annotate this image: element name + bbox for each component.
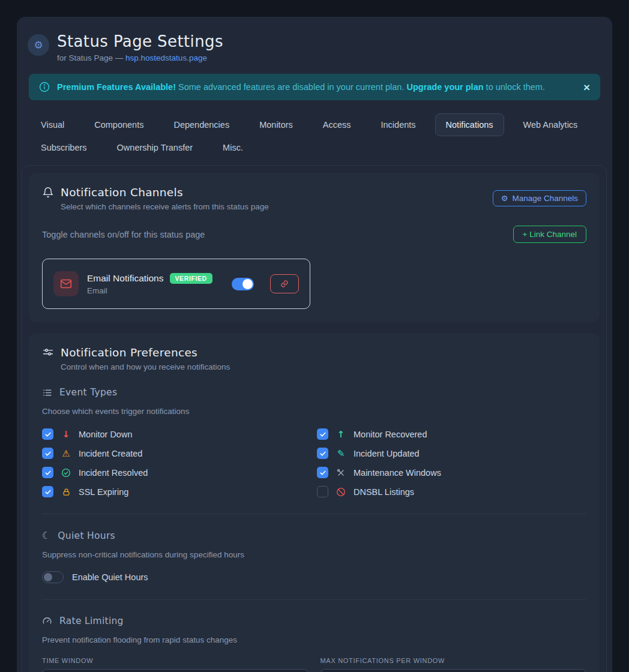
- arrow-up-icon: ↑: [336, 429, 346, 440]
- tab-ownership-transfer[interactable]: Ownership Transfer: [106, 136, 204, 159]
- time-window-label: TIME WINDOW: [42, 657, 308, 664]
- rate-limiting-title: Rate Limiting: [59, 616, 124, 626]
- bell-icon: [42, 187, 54, 199]
- event-label: DNSBL Listings: [354, 487, 414, 497]
- quiet-hours-title: Quiet Hours: [58, 530, 115, 541]
- list-icon: [42, 388, 52, 398]
- event-item-monitor-down[interactable]: ↓Monitor Down: [42, 428, 317, 440]
- gauge-icon: [42, 616, 52, 626]
- upgrade-plan-link[interactable]: Upgrade your plan: [406, 82, 483, 92]
- event-types-subtitle: Choose which events trigger notification…: [42, 407, 586, 416]
- banner-text: Premium Features Available! Some advance…: [57, 82, 545, 92]
- quiet-hours-toggle-label: Enable Quiet Hours: [72, 572, 148, 582]
- event-label: SSL Expiring: [79, 487, 128, 497]
- checkbox-incident-updated[interactable]: [317, 448, 328, 459]
- notifications-panel: Notification Channels Select which chann…: [22, 165, 607, 672]
- quiet-hours-toggle[interactable]: [42, 571, 64, 583]
- event-item-incident-resolved[interactable]: Incident Resolved: [42, 467, 317, 478]
- preferences-subtitle: Control when and how you receive notific…: [61, 362, 586, 371]
- tab-dependencies[interactable]: Dependencies: [163, 113, 240, 136]
- lock-icon: [61, 487, 71, 497]
- event-label: Incident Resolved: [79, 468, 148, 478]
- tab-notifications[interactable]: Notifications: [435, 113, 504, 136]
- settings-avatar: ⚙: [28, 34, 49, 56]
- manage-channels-button[interactable]: ⚙ Manage Channels: [493, 190, 586, 206]
- event-item-incident-updated[interactable]: ✎Incident Updated: [317, 448, 592, 459]
- divider: [42, 599, 586, 600]
- close-icon[interactable]: ×: [583, 82, 590, 93]
- sliders-icon: [42, 347, 54, 359]
- arrow-down-icon: ↓: [61, 429, 71, 440]
- event-item-dnsbl-listings[interactable]: DNSBL Listings: [317, 486, 592, 497]
- channels-title: Notification Channels: [61, 186, 183, 199]
- checkbox-incident-created[interactable]: [42, 448, 53, 459]
- event-label: Incident Updated: [354, 449, 420, 458]
- email-channel-card: Email Notifications VERIFIED Email: [42, 259, 310, 309]
- checkbox-monitor-recovered[interactable]: [317, 428, 328, 440]
- link-channel-button[interactable]: + Link Channel: [513, 226, 586, 243]
- moon-icon: ☾: [42, 530, 50, 541]
- chain-link-icon: [280, 280, 289, 288]
- event-item-monitor-recovered[interactable]: ↑Monitor Recovered: [317, 428, 592, 440]
- premium-banner: Premium Features Available! Some advance…: [29, 74, 600, 100]
- event-label: Maintenance Windows: [354, 468, 441, 478]
- preferences-title: Notification Preferences: [61, 346, 197, 359]
- settings-window: ⚙ Status Page Settings for Status Page —…: [17, 17, 612, 672]
- toggle-hint: Toggle channels on/off for this status p…: [42, 230, 205, 239]
- check-circle-icon: [61, 468, 71, 478]
- status-page-link[interactable]: hsp.hostedstatus.page: [125, 53, 207, 62]
- event-item-maintenance-windows[interactable]: Maintenance Windows: [317, 467, 592, 478]
- tab-visual[interactable]: Visual: [30, 113, 75, 136]
- event-label: Incident Created: [79, 449, 142, 458]
- email-channel-toggle[interactable]: [232, 278, 254, 290]
- checkbox-ssl-expiring[interactable]: [42, 486, 53, 497]
- event-label: Monitor Recovered: [354, 430, 427, 439]
- checkbox-incident-resolved[interactable]: [42, 467, 53, 478]
- settings-tabs: VisualComponentsDependenciesMonitorsAcce…: [30, 113, 600, 159]
- event-types-title: Event Types: [59, 387, 117, 398]
- tab-subscribers[interactable]: Subscribers: [30, 136, 98, 159]
- ban-icon: [336, 487, 346, 497]
- warning-icon: ⚠: [61, 448, 71, 459]
- gear-icon: ⚙: [501, 194, 508, 203]
- tab-access[interactable]: Access: [312, 113, 362, 136]
- envelope-icon: [53, 271, 79, 296]
- notification-channels-card: Notification Channels Select which chann…: [29, 173, 600, 322]
- time-window-select[interactable]: 15 minutes: [42, 669, 308, 672]
- quiet-hours-subtitle: Suppress non-critical notifications duri…: [42, 550, 586, 559]
- channel-name: Email Notifications: [87, 273, 164, 284]
- verified-badge: VERIFIED: [170, 273, 212, 284]
- channels-subtitle: Select which channels receive alerts fro…: [61, 202, 269, 211]
- notification-preferences-card: Notification Preferences Control when an…: [29, 333, 600, 672]
- gear-icon: ⚙: [34, 39, 43, 51]
- tab-misc[interactable]: Misc.: [212, 136, 254, 159]
- tab-incidents[interactable]: Incidents: [370, 113, 427, 136]
- max-notifications-field: [321, 669, 587, 672]
- channel-type: Email: [87, 286, 212, 295]
- event-label: Monitor Down: [79, 430, 132, 439]
- info-icon: [39, 82, 50, 92]
- event-item-incident-created[interactable]: ⚠Incident Created: [42, 448, 317, 459]
- tab-web-analytics[interactable]: Web Analytics: [513, 113, 589, 136]
- event-item-ssl-expiring[interactable]: SSL Expiring: [42, 486, 317, 497]
- checkbox-maintenance-windows[interactable]: [317, 467, 328, 478]
- page-header: ⚙ Status Page Settings for Status Page —…: [17, 17, 612, 62]
- page-title: Status Page Settings: [57, 32, 223, 50]
- tab-components[interactable]: Components: [83, 113, 154, 136]
- rate-limiting-subtitle: Prevent notification flooding from rapid…: [42, 635, 586, 644]
- checkbox-dnsbl-listings[interactable]: [317, 486, 328, 497]
- event-types-grid: ↓Monitor Down↑Monitor Recovered⚠Incident…: [42, 428, 592, 497]
- checkbox-monitor-down[interactable]: [42, 428, 53, 440]
- tab-monitors[interactable]: Monitors: [248, 113, 304, 136]
- link-channel-icon-button[interactable]: [270, 274, 299, 293]
- pencil-icon: ✎: [336, 448, 346, 459]
- max-notifications-label: MAX NOTIFICATIONS PER WINDOW: [321, 657, 587, 664]
- tools-icon: [336, 468, 346, 478]
- divider: [42, 514, 586, 514]
- page-subtitle: for Status Page — hsp.hostedstatus.page: [57, 53, 223, 62]
